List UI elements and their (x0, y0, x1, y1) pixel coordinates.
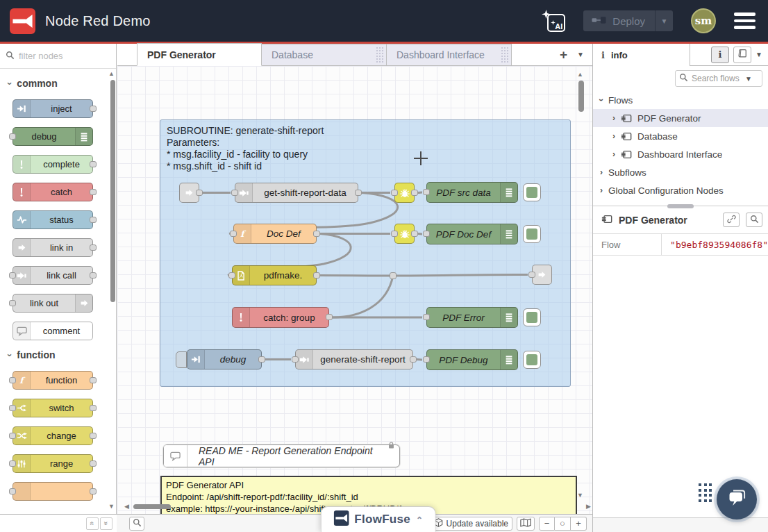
palette-node-switch[interactable]: switch (12, 399, 93, 417)
tree-row-global-configuration-nodes[interactable]: ›Global Configuration Nodes (593, 181, 768, 199)
wire-junction[interactable] (390, 272, 396, 279)
zoom-reset-button[interactable]: ○ (555, 517, 571, 531)
canvas-scroll-down-arrow[interactable]: ▼ (577, 492, 583, 499)
palette-filter-input[interactable] (19, 51, 95, 61)
flow-icon (601, 214, 612, 226)
node-port-out (196, 190, 203, 196)
expand-all-categories-button[interactable]: » (100, 517, 112, 530)
deploy-options-caret[interactable]: ▼ (655, 10, 673, 31)
tab-database[interactable]: Database (262, 44, 387, 66)
flow-list-caret[interactable]: ▼ (577, 51, 584, 58)
sidebar-help-button[interactable] (733, 47, 751, 63)
comment-label: READ ME - Report Generation Endpoint API (187, 445, 399, 467)
palette-category-common[interactable]: ›common (8, 78, 116, 89)
detail-search-button[interactable] (746, 213, 762, 227)
user-avatar[interactable]: sm (691, 8, 716, 33)
deploy-button[interactable]: Deploy ▼ (583, 10, 673, 31)
search-flows-input[interactable] (692, 74, 742, 83)
palette-node-change[interactable]: change (12, 426, 93, 445)
canvas-scroll-left-arrow[interactable]: ◀ (124, 504, 129, 510)
palette-node-clipped-node[interactable] (12, 482, 93, 501)
canvas-scroll-right-arrow[interactable]: ▶ (586, 504, 591, 510)
palette-scrollbar-thumb[interactable] (110, 80, 115, 302)
flow-node-doc-def[interactable]: fDoc Def (233, 224, 317, 244)
palette-node-comment[interactable]: comment (12, 322, 93, 340)
palette-node-link-call[interactable]: link call (12, 266, 93, 285)
node-port-in (9, 377, 16, 383)
palette-scroll-up-arrow[interactable]: ▲ (108, 71, 115, 77)
navigator-button[interactable] (517, 517, 535, 531)
canvas-search-button[interactable] (129, 517, 144, 531)
sidebar-info-toggle-button[interactable]: i (711, 47, 729, 63)
palette-node-range[interactable]: range (12, 454, 93, 473)
tab-dashboard-interface[interactable]: Dashboard Interface (387, 44, 512, 66)
flow-node-debug-junction-1[interactable] (394, 183, 415, 203)
palette-node-status[interactable]: status (12, 210, 93, 229)
add-flow-button[interactable]: + (560, 48, 567, 61)
ai-assistant-button[interactable]: AI (542, 9, 565, 33)
canvas-scroll-up-arrow[interactable]: ▲ (577, 72, 583, 78)
tree-row-pdf-generator[interactable]: ›PDF Generator (593, 109, 768, 127)
palette-node-link-in[interactable]: link in (12, 238, 93, 257)
flow-node-link-out[interactable] (532, 265, 552, 285)
node-palette: ›commoninjectdebugcompletecatchstatuslin… (0, 44, 117, 532)
zoom-in-button[interactable]: + (571, 517, 587, 531)
comment-node-readme[interactable]: READ ME - Report Generation Endpoint API (163, 444, 400, 467)
tree-row-database[interactable]: ›Database (593, 127, 768, 145)
tree-row-subflows[interactable]: ›Subflows (593, 163, 768, 181)
flow-node-get-shift-report-data[interactable]: get-shift-report-data (235, 183, 358, 203)
debug-enable-toggle[interactable] (523, 308, 541, 326)
flow-node-pdf-src-data[interactable]: PDF src data (426, 182, 518, 203)
palette-node-link-out[interactable]: link out (12, 294, 93, 313)
search-flows-box[interactable]: ▼ (675, 70, 762, 87)
chat-widget-button[interactable] (717, 479, 757, 519)
divider-grab-handle[interactable] (667, 204, 694, 208)
flow-node-pdf-doc-def[interactable]: PDF Doc Def (426, 224, 518, 244)
palette-node-function[interactable]: ffunction (12, 371, 93, 390)
flow-node-pdfmake[interactable]: pdfmake. (232, 265, 317, 285)
ai-label: AI (555, 22, 562, 31)
palette-scroll-down-arrow[interactable]: ▼ (108, 504, 115, 510)
flow-node-pdf-debug[interactable]: PDF Debug (426, 349, 518, 370)
inject-trigger-button[interactable] (176, 351, 187, 368)
debug-enable-toggle[interactable] (523, 183, 541, 201)
widget-drag-handle[interactable] (699, 483, 712, 515)
palette-node-complete[interactable]: complete (12, 155, 93, 174)
toggle-state-on (526, 187, 537, 198)
palette-category-function[interactable]: ›function (8, 349, 116, 360)
tab-pdf-generator[interactable]: PDF Generator (137, 43, 262, 66)
flowfuse-panel-toggle[interactable]: FlowFuse ⌃ (321, 506, 436, 532)
node-port-in (292, 356, 299, 363)
palette-node-catch[interactable]: catch (12, 183, 93, 201)
zoom-out-button[interactable]: − (539, 517, 555, 531)
palette-node-label: link call (31, 267, 92, 284)
flow-canvas[interactable]: SUBROUTINE: generate-shift-reportParamet… (117, 66, 592, 514)
sidebar-divider[interactable] (593, 206, 768, 206)
flow-node-inject-debug[interactable]: debug (187, 349, 262, 369)
properties-table: Flow"b9ebf893594086f8" (593, 233, 768, 256)
update-available-button[interactable]: Update available (430, 517, 512, 531)
flow-node-catch-group[interactable]: catch: group (232, 307, 329, 328)
tab-info[interactable]: i info (593, 44, 690, 66)
flow-node-link-in[interactable] (179, 183, 199, 203)
debug-enable-toggle[interactable] (523, 225, 541, 243)
node-port-out (90, 217, 97, 223)
flow-node-pdf-error[interactable]: PDF Error (426, 307, 518, 328)
palette-node-label: complete (31, 156, 92, 173)
palette-node-inject[interactable]: inject (12, 99, 93, 118)
tree-row-dashboard-interface[interactable]: ›Dashboard Interface (593, 145, 768, 163)
chevron-down-icon: › (6, 354, 15, 356)
tree-row-flows[interactable]: ›Flows (593, 91, 768, 109)
collapse-all-categories-button[interactable]: « (86, 517, 99, 530)
search-options-caret[interactable]: ▼ (745, 75, 752, 83)
flow-node-debug-junction-2[interactable] (394, 224, 415, 244)
palette-node-debug[interactable]: debug (12, 127, 93, 146)
canvas-vscrollbar-thumb[interactable] (578, 81, 584, 112)
copy-link-button[interactable] (723, 213, 740, 227)
main-menu-button[interactable] (734, 13, 756, 29)
canvas-hscrollbar-thumb[interactable] (133, 504, 171, 509)
sidebar-options-caret[interactable]: ▼ (756, 51, 762, 58)
debug-enable-toggle[interactable] (523, 351, 541, 369)
subroutine-group[interactable]: SUBROUTINE: generate-shift-reportParamet… (160, 119, 571, 387)
flow-node-generate-shift-report[interactable]: generate-shift-report (295, 349, 413, 369)
